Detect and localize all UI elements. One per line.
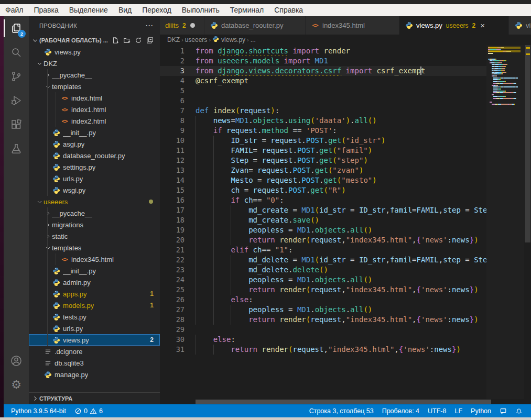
breadcrumb-item-views.py[interactable]: views.py (212, 36, 245, 44)
tree-item-asgi.py[interactable]: asgi.py (29, 138, 160, 150)
python-file-icon (52, 290, 60, 298)
code-line-7: 7def index(request): (160, 106, 486, 116)
statusbar-problems[interactable]: 06 (70, 404, 107, 417)
tab-vie[interactable]: vie (509, 16, 531, 35)
tab-diiits[interactable]: diiits2 (160, 16, 204, 35)
tree-item-DKZ[interactable]: DKZ (29, 58, 160, 69)
explorer-more-actions-icon[interactable]: ··· (146, 22, 154, 29)
activitybar-accounts[interactable] (4, 349, 29, 373)
tree-item-index1.html[interactable]: <>index1.html (29, 104, 160, 115)
statusbar-python-interpreter[interactable]: Python 3.9.5 64-bit (7, 404, 70, 417)
statusbar-end-of-line[interactable]: LF (450, 404, 467, 417)
file-name: templates (52, 83, 81, 91)
tree-item-db.sqlite3[interactable]: db.sqlite3 (29, 357, 160, 369)
python-file-icon (52, 140, 60, 148)
statusbar-language-mode[interactable]: Python (467, 404, 495, 417)
statusbar-indentation[interactable]: Пробелов: 4 (378, 404, 424, 417)
activitybar-settings[interactable]: ⚙ (4, 373, 29, 397)
python-file-icon (52, 267, 60, 275)
minimap[interactable] (486, 45, 524, 399)
line-number: 4 (160, 76, 185, 86)
code-line-30: 30 else: (160, 335, 486, 345)
statusbar-cursor-position[interactable]: Строка 3, столбец 53 (305, 404, 378, 417)
new-folder-icon[interactable] (122, 36, 132, 45)
tree-item-index345.html[interactable]: <>index345.html (29, 253, 160, 265)
python-file-icon (44, 370, 52, 379)
menu-справка[interactable]: Справка (269, 4, 308, 16)
vertical-scrollbar-thumb[interactable] (525, 45, 530, 242)
new-file-icon[interactable] (111, 36, 120, 45)
tree-item-templates[interactable]: templates (29, 242, 160, 253)
problems-badge: 1 (150, 302, 154, 309)
line-number: 14 (160, 175, 185, 185)
tree-item-views.py[interactable]: views.py (29, 46, 160, 58)
chevron-down-icon (35, 199, 44, 205)
line-number: 19 (160, 225, 185, 235)
statusbar-encoding[interactable]: UTF-8 (424, 404, 450, 417)
statusbar-notifications[interactable] (511, 404, 527, 417)
menu-выполнить[interactable]: Выполнить (177, 4, 225, 16)
breadcrumb-item-...[interactable]: ... (251, 36, 256, 43)
line-number: 24 (160, 275, 185, 285)
vertical-scrollbar[interactable] (524, 45, 531, 404)
horizontal-scrollbar[interactable] (160, 399, 486, 404)
menu-переход[interactable]: Переход (137, 4, 177, 16)
tree-item-database_roouter.py[interactable]: database_roouter.py (29, 150, 160, 161)
breadcrumb-item-DKZ[interactable]: DKZ (167, 36, 180, 43)
tree-item-settings.py[interactable]: settings.py (29, 161, 160, 173)
activitybar-extensions[interactable] (4, 113, 29, 137)
line-number: 30 (160, 335, 185, 345)
tree-item-.dcignore[interactable]: .dcignore (29, 346, 160, 357)
line-number: 15 (160, 185, 185, 195)
tree-item-urls.py[interactable]: urls.py (29, 173, 160, 184)
horizontal-scrollbar-thumb[interactable] (196, 400, 491, 404)
tree-item-wsgi.py[interactable]: wsgi.py (29, 184, 160, 196)
explorer-sidebar: ПРОВОДНИК ··· (РАБОЧАЯ ОБЛАСТЬ) ... view… (29, 16, 160, 404)
code-line-22: 22 md_delete = MD1(id_str = ID_str,famil… (160, 255, 486, 265)
tab-database_roouter.py[interactable]: database_roouter.py (204, 16, 306, 35)
activitybar-badge: 2 (18, 30, 26, 38)
tree-item-apps.py[interactable]: apps.py1 (29, 288, 160, 300)
outline-section-header[interactable]: СТРУКТУРА (29, 392, 160, 404)
tree-item-views.py[interactable]: views.py2 (29, 334, 160, 346)
tree-item-manage.py[interactable]: manage.py (29, 369, 160, 380)
menu-терминал[interactable]: Терминал (225, 4, 269, 16)
close-icon[interactable]: × (480, 21, 485, 29)
tree-item-migrations[interactable]: migrations (29, 219, 160, 230)
statusbar-feedback[interactable] (495, 404, 511, 417)
collapse-all-icon[interactable] (145, 36, 155, 45)
breadcrumb-item-useeers[interactable]: useeers (185, 36, 208, 43)
tree-item-__init__.py[interactable]: __init__.py (29, 265, 160, 277)
tree-item-__pycache__[interactable]: __pycache__ (29, 69, 160, 81)
menu-правка[interactable]: Правка (28, 4, 63, 16)
activitybar-search[interactable] (4, 40, 29, 64)
activitybar-source-control[interactable] (4, 64, 29, 89)
tab-views.py[interactable]: views.pyuseeers2× (399, 16, 509, 35)
chevron-down-icon (44, 84, 52, 90)
activitybar-explorer[interactable]: 2 (4, 16, 29, 40)
tab-label: vie (526, 21, 531, 29)
tree-item-tests.py[interactable]: tests.py (29, 311, 160, 323)
tree-item-__init__.py[interactable]: __init__.py (29, 127, 160, 138)
tree-item-index2.html[interactable]: <>index2.html (29, 115, 160, 127)
tree-item-static[interactable]: static (29, 230, 160, 242)
menu-файл[interactable]: Файл (0, 4, 28, 16)
code-editor[interactable]: 1from django.shortcuts import render2fro… (160, 45, 531, 404)
code-lines: 1from django.shortcuts import render2fro… (160, 46, 486, 355)
activitybar-testing[interactable] (4, 137, 29, 161)
menu-вид[interactable]: Вид (113, 4, 137, 16)
tree-item-__pycache__[interactable]: __pycache__ (29, 207, 160, 219)
tree-item-models.py[interactable]: models.py1 (29, 300, 160, 311)
tree-item-admin.py[interactable]: admin.py (29, 277, 160, 288)
code-line-11: 11 FAMIL= request.POST.get("famil") (160, 146, 486, 156)
tree-item-index.html[interactable]: <>index.html (29, 92, 160, 104)
tree-item-urls.py[interactable]: urls.py (29, 323, 160, 334)
refresh-icon[interactable] (134, 36, 143, 45)
tab-index345.html[interactable]: <>index345.html (306, 16, 399, 35)
menu-выделение[interactable]: Выделение (64, 4, 113, 16)
workspace-section-header[interactable]: (РАБОЧАЯ ОБЛАСТЬ) ... (29, 35, 160, 46)
tree-item-useeers[interactable]: useeers (29, 196, 160, 207)
python-file-icon (52, 313, 60, 321)
tree-item-templates[interactable]: templates (29, 81, 160, 92)
activitybar-run-and-debug[interactable] (4, 89, 29, 113)
